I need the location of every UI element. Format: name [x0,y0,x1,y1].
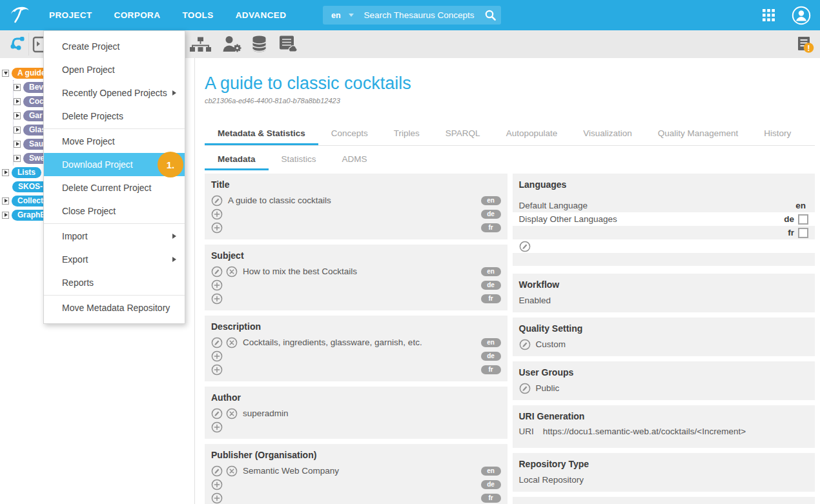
apps-grid-icon[interactable] [763,9,775,21]
user-admin-icon[interactable] [222,35,241,55]
add-icon[interactable] [211,208,223,220]
search-button[interactable] [479,6,501,25]
uri-label: URI [519,427,534,436]
remove-icon[interactable] [226,465,238,477]
taxonomy-hierarchy-icon[interactable] [189,37,212,55]
subtab-statistics[interactable]: Statistics [269,147,329,170]
poolparty-logo[interactable] [9,5,35,26]
add-icon[interactable] [211,492,223,504]
tab-quality-management[interactable]: Quality Management [645,122,752,145]
edit-icon[interactable] [211,465,223,477]
field-add-row: de [211,478,501,491]
remove-icon[interactable] [226,266,238,277]
add-icon[interactable] [211,421,223,433]
language-checkbox-fr[interactable] [798,228,808,238]
field-label: Title [211,179,501,190]
add-icon[interactable] [211,350,223,362]
menu-item-download-project[interactable]: Download Project 1. [44,153,185,176]
menu-item-move-metadata-repository[interactable]: Move Metadata Repository [44,296,185,319]
tab-history[interactable]: History [751,122,804,145]
field-value-row: Cocktails, ingredients, glassware, garni… [211,336,501,349]
menu-corpora[interactable]: CORPORA [114,10,161,20]
subtab-metadata[interactable]: Metadata [205,147,269,170]
menu-item-move-project[interactable]: Move Project [44,130,185,153]
panel-user-groups: User Groups Public [513,361,815,400]
menu-item-recently-opened-projects[interactable]: Recently Opened Projects [44,81,185,105]
subtab-adms[interactable]: ADMS [329,147,380,170]
expand-icon[interactable] [14,98,21,105]
search-input[interactable]: Search Thesaurus Concepts [364,10,479,20]
panel-repository: Repository [513,497,815,504]
edit-icon[interactable] [211,195,223,207]
field-description: Description Cocktails, ingredients, glas… [205,316,507,381]
field-value: How to mix the best Cocktails [243,267,357,276]
menu-item-import[interactable]: Import [44,225,185,248]
project-dropdown-menu: Create Project Open Project Recently Ope… [43,30,185,324]
panel-label: Workflow [519,279,809,290]
user-account-icon[interactable] [792,6,811,25]
menu-tools[interactable]: TOOLS [182,10,213,20]
expand-icon[interactable] [2,169,9,176]
language-checkbox-de[interactable] [798,214,808,225]
edit-icon[interactable] [211,408,223,419]
field-value-row: superadmin [211,407,501,420]
menu-item-delete-current-project[interactable]: Delete Current Project [44,176,185,199]
add-icon[interactable] [211,479,223,490]
remove-icon[interactable] [226,337,238,348]
toolbar-divider [28,33,29,55]
tab-metadata-statistics[interactable]: Metadata & Statistics [205,122,318,145]
expand-icon[interactable] [2,212,9,219]
add-icon[interactable] [211,279,223,291]
tab-concepts[interactable]: Concepts [318,122,381,145]
menu-project[interactable]: PROJECT [49,10,92,20]
expand-icon[interactable] [2,197,9,205]
edit-icon[interactable] [211,266,223,277]
language-badge: de [481,210,501,219]
menu-item-reports[interactable]: Reports [44,271,185,294]
user-groups-row: Public [519,381,809,395]
tab-triples[interactable]: Triples [381,122,433,145]
edit-icon[interactable] [211,337,223,348]
database-icon[interactable] [251,35,267,55]
collapse-icon[interactable] [2,70,9,77]
add-icon[interactable] [211,293,223,305]
language-badge: fr [481,365,501,374]
chevron-down-icon[interactable] [349,14,354,17]
language-code: de [784,214,794,224]
menu-item-label: Recently Opened Projects [62,88,167,98]
expand-icon[interactable] [14,84,21,91]
thesaurus-search[interactable]: en Search Thesaurus Concepts [323,6,501,25]
add-icon[interactable] [211,364,223,376]
field-value: superadmin [243,408,289,418]
menu-item-close-project[interactable]: Close Project [44,199,185,223]
concept-tree-icon[interactable] [7,35,25,55]
menu-advanced[interactable]: ADVANCED [236,10,287,20]
tab-sparql[interactable]: SPARQL [433,122,493,145]
menu-item-delete-projects[interactable]: Delete Projects [44,105,185,128]
menu-item-export[interactable]: Export [44,248,185,271]
tab-visualization[interactable]: Visualization [570,122,645,145]
menu-item-create-project[interactable]: Create Project [44,35,185,58]
tree-node-label[interactable]: Lists [12,167,41,178]
remove-icon[interactable] [226,408,238,419]
expand-icon[interactable] [14,126,21,134]
repository-server-icon[interactable] [278,35,297,55]
search-language-selector[interactable]: en [331,11,341,20]
edit-icon[interactable] [519,383,531,394]
edit-icon[interactable] [519,241,531,252]
display-language-row-de: Display Other Languages de [513,212,815,226]
expand-icon[interactable] [14,155,21,162]
tab-autopopulate[interactable]: Autopopulate [493,122,571,145]
panel-quality-setting: Quality Setting Custom [513,318,815,356]
menu-item-open-project[interactable]: Open Project [44,58,185,81]
panel-languages: Languages Default Language en Display Ot… [513,174,815,266]
language-badge: fr [481,494,501,503]
expand-icon[interactable] [14,141,21,148]
add-icon[interactable] [211,222,223,234]
expand-icon[interactable] [14,112,21,119]
notifications-warning-icon[interactable]: ! [796,35,815,57]
edit-icon[interactable] [519,339,531,350]
main-content: A guide to classic cocktails cb21306a-ed… [196,58,820,504]
topbar-right [763,0,811,30]
default-language-row: Default Language en [513,199,815,212]
